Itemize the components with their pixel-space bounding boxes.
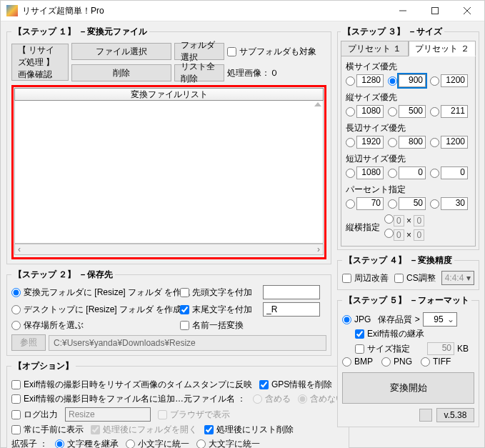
- step4-legend: 【ステップ ４】 －変換精度: [342, 254, 454, 267]
- step5-group: 【ステップ ５】 －フォーマット JPG 保存品質 > Exif情報の継承 サイ…: [337, 294, 479, 427]
- close-button[interactable]: [451, 1, 483, 21]
- short-priority-label: 短辺サイズ優先: [346, 153, 471, 165]
- rename-checkbox[interactable]: 名前一括変換: [180, 319, 259, 332]
- preset2-tab[interactable]: プリセット ２: [409, 41, 476, 56]
- long-1-radio[interactable]: 1920: [346, 136, 384, 149]
- width-2-radio[interactable]: 900: [388, 74, 426, 87]
- save-desktop-radio[interactable]: デスクトップに [Resize] フォルダ を作成: [11, 304, 176, 316]
- cs-combo[interactable]: 4:4:4: [441, 271, 475, 285]
- browser-show-checkbox: ブラウザで表示: [158, 409, 230, 421]
- edge-checkbox[interactable]: 周辺改善: [342, 272, 389, 284]
- always-front-checkbox[interactable]: 常に手前に表示: [11, 424, 84, 436]
- height-3-radio[interactable]: 211: [430, 105, 468, 118]
- ext-upper-radio[interactable]: 大文字に統一: [196, 438, 260, 448]
- minimize-button[interactable]: [386, 1, 419, 21]
- jpg-radio[interactable]: JPG: [342, 314, 371, 324]
- file-list-scrollbar[interactable]: ‹›: [14, 244, 324, 255]
- size-unit: KB: [457, 344, 469, 354]
- exif-timestamp-checkbox[interactable]: Exif情報の撮影日時をリサイズ画像のタイムスタンプに反映: [11, 379, 252, 391]
- exif-filename-checkbox[interactable]: Exif情報の撮影日時をファイル名に追加…元ファイル名 ：: [11, 393, 246, 405]
- preset1-tab[interactable]: プリセット １: [341, 41, 409, 56]
- step2-legend: 【ステップ ２】 －保存先: [11, 269, 115, 281]
- height-priority-label: 縦サイズ優先: [346, 91, 471, 104]
- window-title: リサイズ超簡単！Pro: [22, 5, 386, 17]
- size-specify-checkbox[interactable]: サイズ指定: [355, 343, 410, 355]
- step3-legend: 【ステップ ３】 －サイズ: [341, 26, 444, 38]
- long-priority-label: 長辺サイズ優先: [346, 122, 471, 134]
- file-list-frame: 変換ファイルリスト ‹›: [11, 85, 326, 259]
- maximize-button[interactable]: [419, 1, 451, 21]
- processing-count: 処理画像：０: [227, 67, 327, 79]
- list-all-delete-button[interactable]: リスト全削除: [174, 64, 224, 81]
- version-button[interactable]: v.5.38: [436, 408, 475, 422]
- size-value: 50: [427, 342, 454, 355]
- save-choose-radio[interactable]: 保存場所を選ぶ: [11, 319, 176, 332]
- ext-lower-radio[interactable]: 小文字に統一: [126, 438, 189, 448]
- width-3-radio[interactable]: 1200: [430, 74, 468, 87]
- long-3-radio[interactable]: 1200: [430, 136, 468, 149]
- options-small-button[interactable]: [419, 409, 432, 422]
- step5-legend: 【ステップ ５】 －フォーマット: [342, 294, 471, 307]
- file-list[interactable]: [14, 101, 324, 244]
- width-priority-label: 横サイズ優先: [346, 61, 471, 73]
- bmp-radio[interactable]: BMP: [342, 357, 373, 367]
- gps-delete-checkbox[interactable]: GPS情報を削除: [259, 379, 332, 391]
- log-output-checkbox[interactable]: ログ出力: [11, 409, 58, 421]
- suffix-checkbox[interactable]: 末尾文字を付加: [180, 304, 259, 316]
- step4-group: 【ステップ ４】 －変換精度 周辺改善 CS調整 4:4:4: [337, 254, 479, 290]
- quality-input[interactable]: [423, 312, 457, 327]
- percent-label: パーセント指定: [346, 184, 471, 196]
- save-same-folder-radio[interactable]: 変換元フォルダに [Resize] フォルダ を作成: [11, 287, 176, 299]
- short-3-radio[interactable]: 0: [430, 166, 468, 179]
- prefix-input[interactable]: [263, 285, 320, 299]
- log-name-input: [65, 407, 151, 422]
- height-2-radio[interactable]: 500: [388, 105, 426, 118]
- file-list-header: 変換ファイルリスト: [14, 88, 324, 101]
- start-button[interactable]: 変換開始: [342, 372, 474, 404]
- cs-checkbox[interactable]: CS調整: [394, 272, 436, 284]
- clear-list-checkbox[interactable]: 処理後にリスト削除: [204, 424, 294, 436]
- png-radio[interactable]: PNG: [381, 357, 412, 367]
- tiff-radio[interactable]: TIFF: [421, 357, 451, 367]
- height-1-radio[interactable]: 1080: [346, 105, 384, 118]
- percent-1-radio[interactable]: 70: [346, 197, 384, 210]
- percent-3-radio[interactable]: 30: [430, 197, 468, 210]
- subfolder-checkbox[interactable]: サブフォルダも対象: [227, 46, 327, 58]
- save-path: C:¥Users¥yanda¥Downloads¥Resize: [49, 335, 326, 351]
- delete-button[interactable]: 削除: [71, 64, 171, 81]
- exif-inherit-checkbox[interactable]: Exif情報の継承: [355, 328, 424, 340]
- step3-group: 【ステップ ３】 －サイズ プリセット １ プリセット ２ 横サイズ優先 128…: [337, 26, 479, 250]
- step1-legend: 【ステップ １】 －変換元ファイル: [11, 26, 149, 38]
- app-icon: [6, 5, 18, 16]
- suffix-input[interactable]: [263, 302, 320, 317]
- options-legend: 【オプション】: [11, 360, 76, 372]
- quality-label: 保存品質 >: [378, 314, 419, 326]
- ext-inherit-radio[interactable]: 文字種を継承: [55, 438, 119, 448]
- short-1-radio[interactable]: 1080: [346, 166, 384, 179]
- prefix-checkbox[interactable]: 先頭文字を付加: [180, 287, 259, 299]
- file-select-button[interactable]: ファイル選択: [71, 43, 171, 60]
- ext-label: 拡張子 ：: [11, 438, 48, 448]
- browse-button[interactable]: 参照: [11, 334, 46, 351]
- aspect-2-radio[interactable]: 0 × 0: [384, 229, 424, 240]
- width-1-radio[interactable]: 1280: [346, 74, 384, 87]
- long-2-radio[interactable]: 800: [388, 136, 426, 149]
- resize-process-button[interactable]: 【 リサイズ処理 】画像確認: [11, 44, 69, 81]
- step1-group: 【ステップ １】 －変換元ファイル ファイル選択 【 リサイズ処理 】画像確認 …: [6, 26, 331, 264]
- options-group: 【オプション】 Exif情報の撮影日時をリサイズ画像のタイムスタンプに反映 GP…: [6, 360, 349, 448]
- aspect-1-radio[interactable]: 0 × 0: [384, 214, 424, 226]
- svg-rect-1: [431, 8, 438, 14]
- open-folder-checkbox: 処理後にフォルダを開く: [91, 424, 197, 436]
- filename-include-radio: 含める: [253, 393, 291, 405]
- short-2-radio[interactable]: 0: [388, 166, 426, 179]
- folder-select-button[interactable]: フォルダ選択: [174, 43, 224, 60]
- step2-group: 【ステップ ２】 －保存先 変換元フォルダに [Resize] フォルダ を作成…: [6, 269, 331, 356]
- aspect-label: 縦横指定: [346, 221, 380, 234]
- percent-2-radio[interactable]: 50: [388, 197, 426, 210]
